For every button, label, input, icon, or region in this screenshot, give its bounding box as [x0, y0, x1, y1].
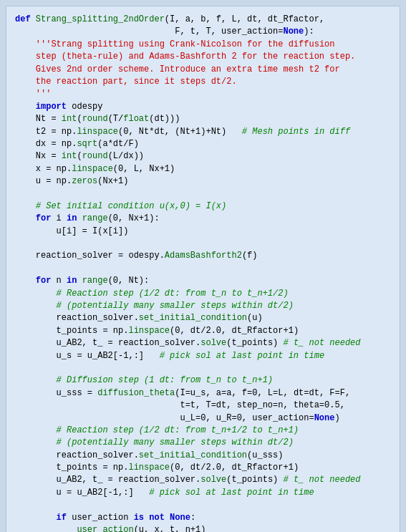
code-block: def Strang_splitting_2ndOrder(I, a, b, f… — [6, 6, 400, 532]
